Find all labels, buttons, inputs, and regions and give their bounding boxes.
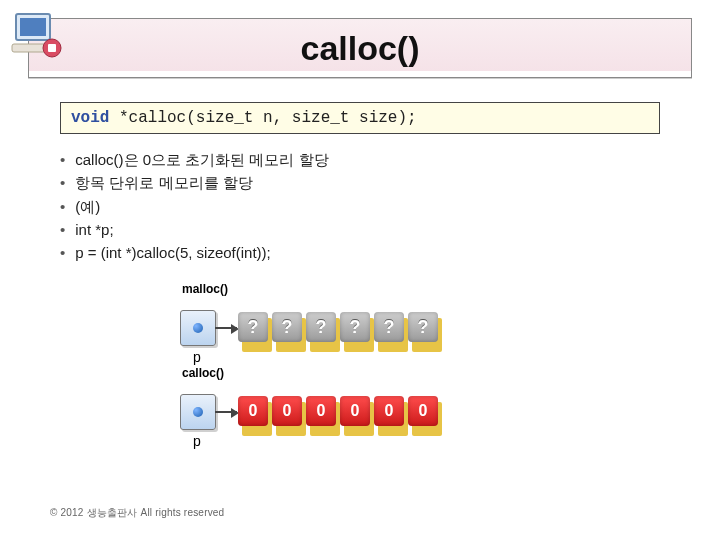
bullet-item: int *p; xyxy=(60,218,660,241)
memory-cell: 0 xyxy=(306,396,338,430)
memory-cell: ? xyxy=(408,312,440,346)
bullet-item: calloc()은 0으로 초기화된 메모리 할당 xyxy=(60,148,660,171)
malloc-row: p ? ? ? ? ? ? xyxy=(180,300,720,346)
bullet-item: p = (int *)calloc(5, sizeof(int)); xyxy=(60,241,660,264)
svg-rect-1 xyxy=(20,18,46,36)
computer-icon xyxy=(10,8,70,68)
pointer-dot-icon xyxy=(193,407,203,417)
memory-cell: 0 xyxy=(374,396,406,430)
pointer-box: p xyxy=(180,394,216,430)
svg-rect-4 xyxy=(48,44,56,52)
memory-cell: ? xyxy=(238,312,270,346)
memory-cell: 0 xyxy=(408,396,440,430)
memory-cell: 0 xyxy=(340,396,372,430)
malloc-label: malloc() xyxy=(182,282,720,296)
diagram-area: malloc() p ? ? ? ? ? ? calloc() p xyxy=(180,282,720,430)
memory-cell: 0 xyxy=(238,396,270,430)
calloc-cells: 0 0 0 0 0 0 xyxy=(238,396,442,430)
pointer-label: p xyxy=(193,349,201,365)
bullet-item: 항목 단위로 메모리를 할당 xyxy=(60,171,660,194)
pointer-label: p xyxy=(193,433,201,449)
page-title: calloc() xyxy=(300,29,419,68)
calloc-row: p 0 0 0 0 0 0 xyxy=(180,384,720,430)
memory-cell: 0 xyxy=(272,396,304,430)
signature-rest: *calloc(size_t n, size_t size); xyxy=(109,109,416,127)
memory-cell: ? xyxy=(374,312,406,346)
memory-cell: ? xyxy=(306,312,338,346)
signature-keyword: void xyxy=(71,109,109,127)
memory-cell: ? xyxy=(340,312,372,346)
bullet-list: calloc()은 0으로 초기화된 메모리 할당 항목 단위로 메모리를 할당… xyxy=(60,148,660,264)
malloc-diagram: malloc() p ? ? ? ? ? ? xyxy=(180,282,720,346)
pointer-dot-icon xyxy=(193,323,203,333)
copyright-footer: © 2012 생능출판사 All rights reserved xyxy=(50,506,224,520)
arrow-icon xyxy=(215,327,237,329)
bullet-item: (예) xyxy=(60,195,660,218)
calloc-diagram: calloc() p 0 0 0 0 0 0 xyxy=(180,366,720,430)
malloc-cells: ? ? ? ? ? ? xyxy=(238,312,442,346)
calloc-label: calloc() xyxy=(182,366,720,380)
arrow-icon xyxy=(215,411,237,413)
title-bar: calloc() xyxy=(28,18,692,78)
memory-cell: ? xyxy=(272,312,304,346)
function-signature: void *calloc(size_t n, size_t size); xyxy=(60,102,660,134)
pointer-box: p xyxy=(180,310,216,346)
